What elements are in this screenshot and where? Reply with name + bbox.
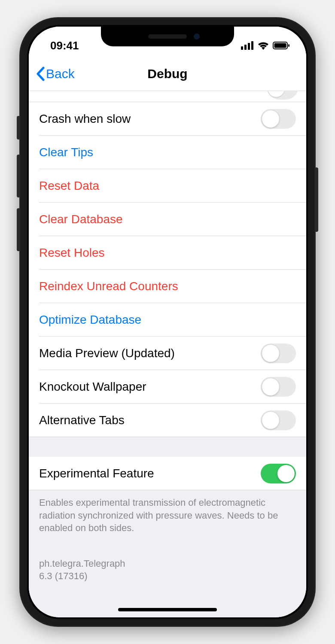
row-reset-holes[interactable]: Reset Holes <box>29 236 306 270</box>
chevron-left-icon <box>36 67 45 81</box>
row-label: Alternative Tabs <box>39 413 125 427</box>
phone-screen: 09:41 Ba <box>29 27 306 617</box>
row-clear-database[interactable]: Clear Database <box>29 203 306 236</box>
bundle-id: ph.telegra.Telegraph <box>39 558 296 570</box>
cellular-icon <box>241 41 254 50</box>
row-label: Knockout Wallpaper <box>39 380 146 394</box>
svg-rect-3 <box>251 41 253 50</box>
svg-rect-6 <box>288 44 289 47</box>
toggle-knob-peek[interactable] <box>267 91 298 100</box>
row-label: Reset Holes <box>39 246 105 260</box>
row-label: Crash when slow <box>39 112 131 126</box>
phone-notch <box>101 27 234 46</box>
section-separator <box>29 437 306 457</box>
crash-when-slow-toggle[interactable] <box>261 109 296 129</box>
speaker-grille <box>148 34 187 39</box>
back-label: Back <box>46 67 75 81</box>
svg-rect-5 <box>274 43 286 48</box>
row-crash-when-slow: Crash when slow <box>29 102 306 136</box>
settings-list[interactable]: Crash when slow Clear Tips Reset Data Cl… <box>29 91 306 617</box>
status-icons <box>241 41 290 50</box>
front-camera <box>194 33 200 39</box>
app-info: ph.telegra.Telegraph 6.3 (17316) <box>29 547 306 592</box>
phone-bezel: 09:41 Ba <box>27 25 308 619</box>
row-reindex-unread-counters[interactable]: Reindex Unread Counters <box>29 270 306 303</box>
power-button <box>315 167 318 232</box>
row-clear-tips[interactable]: Clear Tips <box>29 136 306 169</box>
row-label: Clear Database <box>39 213 123 226</box>
row-label: Clear Tips <box>39 146 93 159</box>
row-experimental-feature: Experimental Feature <box>29 457 306 490</box>
knockout-wallpaper-toggle[interactable] <box>261 377 296 397</box>
back-button[interactable]: Back <box>36 67 75 81</box>
app-version: 6.3 (17316) <box>39 570 296 583</box>
mute-switch <box>17 116 20 140</box>
status-time: 09:41 <box>50 39 79 52</box>
volume-up-button <box>17 155 20 197</box>
navigation-bar: Back Debug <box>29 57 306 91</box>
svg-rect-0 <box>241 46 243 50</box>
battery-icon <box>273 41 290 50</box>
row-media-preview: Media Preview (Updated) <box>29 337 306 370</box>
experimental-footer-text: Enables experimental transmission of ele… <box>29 490 306 547</box>
row-label: Experimental Feature <box>39 467 154 480</box>
row-label: Reset Data <box>39 179 99 193</box>
phone-frame: 09:41 Ba <box>19 17 316 627</box>
row-label: Reindex Unread Counters <box>39 279 178 293</box>
row-optimize-database[interactable]: Optimize Database <box>29 303 306 337</box>
row-label: Media Preview (Updated) <box>39 346 175 360</box>
row-label: Optimize Database <box>39 313 141 327</box>
row-knockout-wallpaper: Knockout Wallpaper <box>29 370 306 404</box>
experimental-feature-toggle[interactable] <box>261 464 296 483</box>
svg-rect-2 <box>248 43 250 50</box>
wifi-icon <box>257 41 269 50</box>
home-indicator[interactable] <box>118 608 217 611</box>
volume-down-button <box>17 208 20 251</box>
alternative-tabs-toggle[interactable] <box>261 410 296 430</box>
row-reset-data[interactable]: Reset Data <box>29 169 306 203</box>
svg-rect-1 <box>244 45 247 50</box>
media-preview-toggle[interactable] <box>261 343 296 363</box>
row-alternative-tabs: Alternative Tabs <box>29 404 306 437</box>
partial-toggle-row <box>29 91 306 102</box>
